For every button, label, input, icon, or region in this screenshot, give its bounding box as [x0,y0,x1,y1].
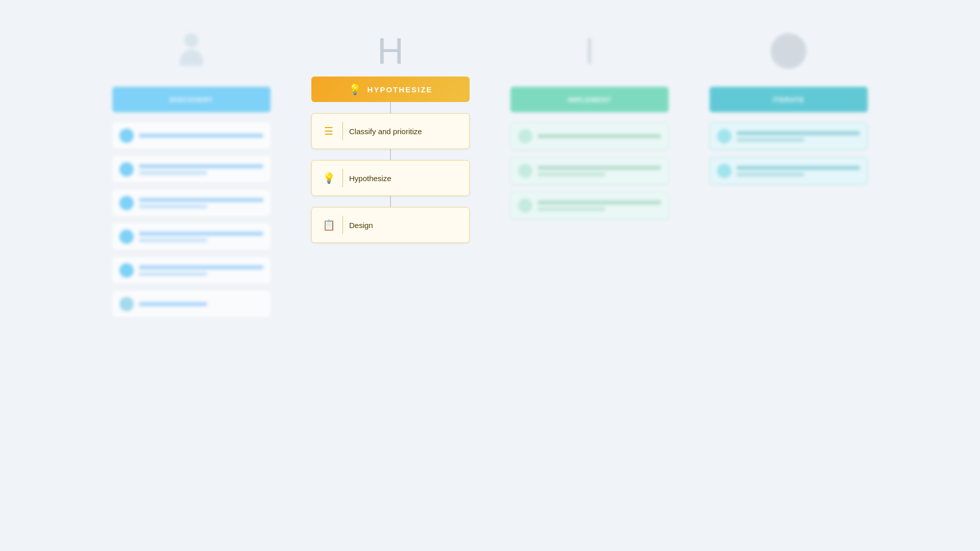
column-hypothesize: H 💡 HYPOTHESIZE ☰ Classify and prioritiz… [311,31,470,243]
card-text [537,134,661,138]
card-divider [342,169,343,187]
card-divider [342,122,343,140]
list-item[interactable] [510,122,669,150]
text-line [537,134,661,138]
text-line [139,232,263,236]
discovery-icon [171,31,212,71]
text-line-short [139,238,207,242]
classify-icon: ☰ [321,125,336,137]
text-line-short [537,172,605,177]
list-item[interactable] [112,122,271,149]
implement-icon: I [569,31,610,71]
text-line-short [537,207,605,211]
implement-header-label: IMPLEMENT [568,96,611,104]
card-icon [518,164,532,178]
card-text [737,131,860,142]
discovery-header-label: DISCOVERY [169,96,213,104]
card-icon [119,297,134,311]
list-item[interactable] [112,156,271,183]
connector-line [390,102,391,113]
text-line-short [139,205,207,209]
lightbulb-icon: 💡 [349,83,362,95]
classify-card[interactable]: ☰ Classify and prioritize [311,113,470,149]
card-icon [119,230,134,244]
text-line [737,131,860,135]
column-iterate: ITERATE [709,31,868,185]
connector-line [390,196,391,207]
card-text [139,134,263,138]
text-line [537,201,661,205]
list-item[interactable] [112,223,271,250]
card-text [537,201,661,211]
iterate-header-label: ITERATE [773,96,804,104]
hypothesize-header-label: HYPOTHESIZE [368,85,433,94]
card-text [737,166,860,177]
card-divider [342,216,343,234]
hypothesize-card-icon: 💡 [321,172,336,184]
text-line-short [139,171,207,175]
text-line [139,302,207,306]
card-icon [717,129,731,143]
hypothesize-cards: ☰ Classify and prioritize 💡 Hypothesize … [311,102,470,243]
card-text [139,198,263,209]
hypothesize-icon: H [370,31,411,71]
card-text [139,265,263,276]
card-icon [518,198,532,213]
list-item[interactable] [112,291,271,317]
iterate-header[interactable]: ITERATE [709,87,868,112]
card-icon [717,164,731,178]
text-line [139,164,263,168]
main-container: DISCOVERY [0,0,980,551]
text-line [537,166,661,170]
card-icon [518,129,532,143]
text-line-short [139,272,207,276]
hypothesize-header[interactable]: 💡 HYPOTHESIZE [311,77,470,102]
hypothesize-card-label: Hypothesize [349,174,391,183]
implement-cards [510,122,669,219]
circle-icon [771,33,806,69]
card-text [537,166,661,177]
list-item[interactable] [709,157,868,185]
card-icon [119,129,134,143]
text-line [139,265,263,269]
h-letter-icon: H [377,33,404,69]
text-line [139,134,263,138]
list-item[interactable] [510,157,669,185]
discovery-header[interactable]: DISCOVERY [112,87,271,112]
iterate-cards [709,122,868,185]
text-line [737,166,860,170]
discovery-cards [112,122,271,317]
card-text [139,232,263,242]
text-line [139,198,263,202]
text-line-short [737,138,804,142]
text-line-short [737,172,804,177]
design-icon: 📋 [321,219,336,231]
column-discovery: DISCOVERY [112,31,271,317]
classify-label: Classify and prioritize [349,127,422,136]
connector-line [390,149,391,160]
list-item[interactable] [112,190,271,216]
card-text [139,302,263,306]
list-item[interactable] [709,122,868,150]
card-icon [119,162,134,177]
card-text [139,164,263,175]
column-implement: I IMPLEMENT [510,31,669,219]
card-icon [119,263,134,278]
hypothesize-card[interactable]: 💡 Hypothesize [311,160,470,196]
list-item[interactable] [112,257,271,284]
design-card[interactable]: 📋 Design [311,207,470,243]
iterate-icon [768,31,809,71]
implement-header[interactable]: IMPLEMENT [510,87,669,112]
list-item[interactable] [510,192,669,219]
design-label: Design [349,221,373,230]
i-letter-icon: I [584,33,595,69]
card-icon [119,196,134,210]
